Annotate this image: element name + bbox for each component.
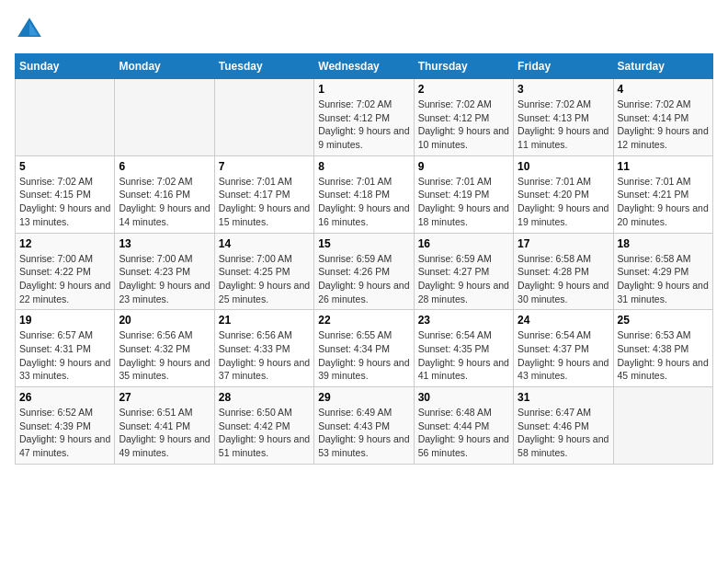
calendar-cell: 26Sunrise: 6:52 AM Sunset: 4:39 PM Dayli… (16, 387, 115, 465)
day-number: 19 (19, 314, 110, 327)
calendar-cell: 16Sunrise: 6:59 AM Sunset: 4:27 PM Dayli… (414, 233, 513, 310)
day-number: 28 (219, 391, 310, 404)
calendar-cell: 11Sunrise: 7:01 AM Sunset: 4:21 PM Dayli… (613, 155, 712, 233)
weekday-header-tuesday: Tuesday (214, 54, 313, 79)
weekday-header-saturday: Saturday (613, 54, 712, 79)
calendar-cell: 24Sunrise: 6:54 AM Sunset: 4:37 PM Dayli… (514, 310, 613, 387)
day-number: 23 (418, 314, 509, 327)
calendar-cell: 30Sunrise: 6:48 AM Sunset: 4:44 PM Dayli… (414, 387, 513, 465)
calendar-cell: 17Sunrise: 6:58 AM Sunset: 4:28 PM Dayli… (514, 233, 613, 310)
calendar-cell: 10Sunrise: 7:01 AM Sunset: 4:20 PM Dayli… (514, 155, 613, 233)
day-info: Sunrise: 6:47 AM Sunset: 4:46 PM Dayligh… (518, 406, 609, 460)
calendar-cell: 7Sunrise: 7:01 AM Sunset: 4:17 PM Daylig… (214, 155, 313, 233)
calendar-cell: 8Sunrise: 7:01 AM Sunset: 4:18 PM Daylig… (314, 155, 414, 233)
day-info: Sunrise: 7:02 AM Sunset: 4:12 PM Dayligh… (318, 98, 409, 152)
calendar-cell: 19Sunrise: 6:57 AM Sunset: 4:31 PM Dayli… (16, 310, 115, 387)
day-number: 22 (318, 314, 409, 327)
day-info: Sunrise: 7:02 AM Sunset: 4:14 PM Dayligh… (618, 98, 709, 152)
day-number: 25 (618, 314, 709, 327)
day-info: Sunrise: 6:56 AM Sunset: 4:33 PM Dayligh… (219, 328, 310, 383)
calendar-cell: 2Sunrise: 7:02 AM Sunset: 4:12 PM Daylig… (414, 79, 513, 156)
day-info: Sunrise: 7:02 AM Sunset: 4:13 PM Dayligh… (518, 98, 609, 152)
day-number: 7 (219, 160, 310, 173)
calendar-cell: 29Sunrise: 6:49 AM Sunset: 4:43 PM Dayli… (314, 387, 414, 465)
day-number: 10 (518, 160, 609, 173)
calendar-week-3: 12Sunrise: 7:00 AM Sunset: 4:22 PM Dayli… (16, 233, 713, 310)
day-number: 15 (318, 237, 409, 250)
calendar-cell: 25Sunrise: 6:53 AM Sunset: 4:38 PM Dayli… (613, 310, 712, 387)
day-number: 12 (19, 237, 110, 250)
day-number: 8 (318, 160, 409, 173)
day-number: 30 (418, 391, 509, 404)
day-info: Sunrise: 6:56 AM Sunset: 4:32 PM Dayligh… (119, 328, 210, 383)
calendar-cell (214, 79, 313, 156)
calendar-cell (115, 79, 214, 156)
day-number: 14 (219, 237, 310, 250)
calendar-cell: 3Sunrise: 7:02 AM Sunset: 4:13 PM Daylig… (514, 79, 613, 156)
weekday-header-sunday: Sunday (16, 54, 115, 79)
day-info: Sunrise: 7:00 AM Sunset: 4:23 PM Dayligh… (119, 252, 210, 306)
calendar-cell: 4Sunrise: 7:02 AM Sunset: 4:14 PM Daylig… (613, 79, 712, 156)
calendar-cell: 15Sunrise: 6:59 AM Sunset: 4:26 PM Dayli… (314, 233, 414, 310)
day-info: Sunrise: 7:01 AM Sunset: 4:21 PM Dayligh… (618, 175, 709, 229)
page-header (15, 15, 713, 44)
weekday-header-thursday: Thursday (414, 54, 513, 79)
calendar-week-5: 26Sunrise: 6:52 AM Sunset: 4:39 PM Dayli… (16, 387, 713, 465)
day-info: Sunrise: 6:54 AM Sunset: 4:37 PM Dayligh… (518, 328, 609, 383)
calendar-week-1: 1Sunrise: 7:02 AM Sunset: 4:12 PM Daylig… (16, 79, 713, 156)
calendar-cell (613, 387, 712, 465)
day-number: 31 (518, 391, 609, 404)
day-number: 1 (318, 83, 409, 96)
logo-icon (15, 15, 44, 44)
day-number: 18 (618, 237, 709, 250)
calendar-cell: 18Sunrise: 6:58 AM Sunset: 4:29 PM Dayli… (613, 233, 712, 310)
day-number: 3 (518, 83, 609, 96)
calendar-cell: 21Sunrise: 6:56 AM Sunset: 4:33 PM Dayli… (214, 310, 313, 387)
calendar-week-2: 5Sunrise: 7:02 AM Sunset: 4:15 PM Daylig… (16, 155, 713, 233)
day-info: Sunrise: 7:01 AM Sunset: 4:17 PM Dayligh… (219, 175, 310, 229)
day-info: Sunrise: 6:54 AM Sunset: 4:35 PM Dayligh… (418, 328, 509, 383)
day-info: Sunrise: 6:59 AM Sunset: 4:26 PM Dayligh… (318, 252, 409, 306)
day-number: 4 (618, 83, 709, 96)
day-info: Sunrise: 6:52 AM Sunset: 4:39 PM Dayligh… (19, 406, 110, 460)
day-number: 2 (418, 83, 509, 96)
day-number: 9 (418, 160, 509, 173)
day-number: 27 (119, 391, 210, 404)
calendar-cell: 28Sunrise: 6:50 AM Sunset: 4:42 PM Dayli… (214, 387, 313, 465)
day-info: Sunrise: 6:57 AM Sunset: 4:31 PM Dayligh… (19, 328, 110, 383)
day-info: Sunrise: 6:58 AM Sunset: 4:28 PM Dayligh… (518, 252, 609, 306)
day-info: Sunrise: 7:01 AM Sunset: 4:18 PM Dayligh… (318, 175, 409, 229)
day-number: 16 (418, 237, 509, 250)
day-info: Sunrise: 7:00 AM Sunset: 4:22 PM Dayligh… (19, 252, 110, 306)
svg-marker-1 (29, 22, 39, 35)
calendar-cell: 27Sunrise: 6:51 AM Sunset: 4:41 PM Dayli… (115, 387, 214, 465)
day-info: Sunrise: 6:48 AM Sunset: 4:44 PM Dayligh… (418, 406, 509, 460)
calendar-week-4: 19Sunrise: 6:57 AM Sunset: 4:31 PM Dayli… (16, 310, 713, 387)
day-info: Sunrise: 7:00 AM Sunset: 4:25 PM Dayligh… (219, 252, 310, 306)
day-number: 17 (518, 237, 609, 250)
day-info: Sunrise: 6:50 AM Sunset: 4:42 PM Dayligh… (219, 406, 310, 460)
calendar-cell: 23Sunrise: 6:54 AM Sunset: 4:35 PM Dayli… (414, 310, 513, 387)
day-info: Sunrise: 7:01 AM Sunset: 4:19 PM Dayligh… (418, 175, 509, 229)
day-info: Sunrise: 6:55 AM Sunset: 4:34 PM Dayligh… (318, 328, 409, 383)
calendar-cell: 14Sunrise: 7:00 AM Sunset: 4:25 PM Dayli… (214, 233, 313, 310)
calendar-cell (16, 79, 115, 156)
weekday-header-monday: Monday (115, 54, 214, 79)
calendar-cell: 5Sunrise: 7:02 AM Sunset: 4:15 PM Daylig… (16, 155, 115, 233)
day-info: Sunrise: 6:53 AM Sunset: 4:38 PM Dayligh… (618, 328, 709, 383)
day-number: 6 (119, 160, 210, 173)
calendar-table: SundayMondayTuesdayWednesdayThursdayFrid… (15, 53, 713, 465)
calendar-cell: 1Sunrise: 7:02 AM Sunset: 4:12 PM Daylig… (314, 79, 414, 156)
weekday-header-wednesday: Wednesday (314, 54, 414, 79)
weekday-header-friday: Friday (514, 54, 613, 79)
calendar-cell: 13Sunrise: 7:00 AM Sunset: 4:23 PM Dayli… (115, 233, 214, 310)
calendar-cell: 22Sunrise: 6:55 AM Sunset: 4:34 PM Dayli… (314, 310, 414, 387)
day-number: 5 (19, 160, 110, 173)
day-info: Sunrise: 6:51 AM Sunset: 4:41 PM Dayligh… (119, 406, 210, 460)
day-info: Sunrise: 7:01 AM Sunset: 4:20 PM Dayligh… (518, 175, 609, 229)
calendar-cell: 9Sunrise: 7:01 AM Sunset: 4:19 PM Daylig… (414, 155, 513, 233)
day-number: 11 (618, 160, 709, 173)
calendar-cell: 31Sunrise: 6:47 AM Sunset: 4:46 PM Dayli… (514, 387, 613, 465)
logo (15, 15, 48, 44)
day-info: Sunrise: 6:58 AM Sunset: 4:29 PM Dayligh… (618, 252, 709, 306)
